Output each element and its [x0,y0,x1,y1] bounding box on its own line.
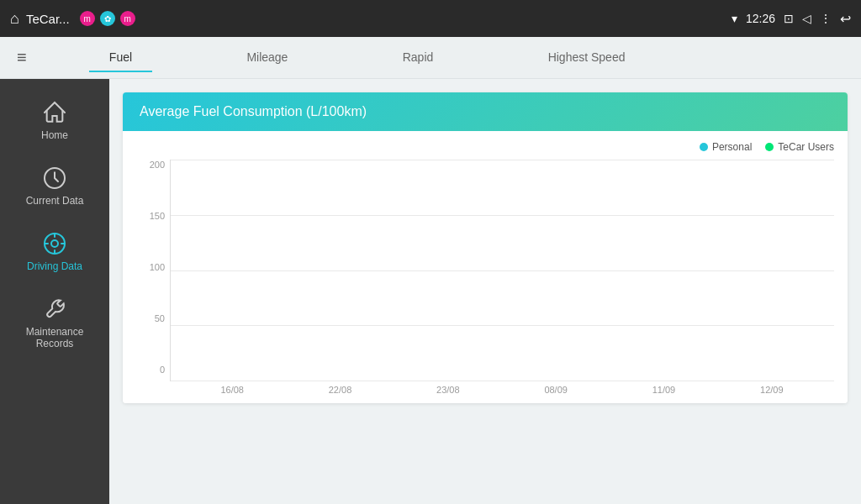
x-label: 12/09 [755,385,789,395]
sidebar-label-driving-data: Driving Data [27,260,82,272]
sidebar-label-home: Home [41,129,68,141]
status-icons: m ✿ m [80,11,135,26]
svg-point-2 [51,240,58,247]
main-layout: Home Current Data Driving Data Maintenan… [0,79,861,504]
y-50: 50 [136,313,165,323]
chart-body: Personal TeCar Users 200 150 100 50 0 [123,131,848,403]
more-icon[interactable]: ⋮ [820,12,832,25]
y-150: 150 [136,211,165,221]
tecar-label: TeCar Users [778,141,834,153]
nav-tabs: Fuel Mileage Rapid Highest Speed [52,44,683,72]
tab-fuel[interactable]: Fuel [89,44,152,72]
nav-bar: ≡ Fuel Mileage Rapid Highest Speed [0,37,861,79]
sidebar-label-current-data: Current Data [26,195,84,207]
sidebar-label-maintenance: Maintenance Records [7,326,103,349]
x-label: 16/08 [215,385,249,395]
camera-icon: ⊡ [784,12,794,25]
chart-legend: Personal TeCar Users [136,141,834,153]
tab-mileage[interactable]: Mileage [226,44,308,72]
personal-label: Personal [712,141,752,153]
status-right: ▾ 12:26 ⊡ ◁ ⋮ ↩ [732,11,851,27]
personal-dot [700,143,708,151]
bars-row [171,160,834,381]
home-icon-status: ⌂ [10,10,19,28]
chart-plot: 16/0822/0823/0808/0911/0912/09 [170,160,834,395]
volume-icon: ◁ [802,12,811,25]
chart-title: Average Fuel Consumption (L/100km) [123,92,848,131]
sidebar-item-home[interactable]: Home [0,87,109,153]
tecar-dot [765,143,774,151]
hamburger-menu[interactable]: ≡ [17,48,27,67]
content-area: Average Fuel Consumption (L/100km) Perso… [109,79,861,504]
y-100: 100 [136,262,165,272]
legend-personal: Personal [700,141,752,153]
x-label: 11/09 [647,385,680,395]
bar-chart: 200 150 100 50 0 [136,160,834,395]
icon-flower: ✿ [100,11,115,26]
wifi-icon: ▾ [732,12,737,25]
x-axis: 16/0822/0823/0808/0911/0912/09 [170,381,834,395]
y-200: 200 [136,160,165,170]
icon-m2: m [120,11,135,26]
back-icon[interactable]: ↩ [840,11,851,27]
chart-card: Average Fuel Consumption (L/100km) Perso… [123,92,848,403]
y-0: 0 [136,365,165,375]
x-label: 22/08 [323,385,357,395]
legend-tecar: TeCar Users [765,141,834,153]
sidebar: Home Current Data Driving Data Maintenan… [0,79,109,504]
x-label: 23/08 [431,385,465,395]
y-axis: 200 150 100 50 0 [136,160,170,395]
sidebar-item-current-data[interactable]: Current Data [0,153,109,218]
sidebar-item-maintenance[interactable]: Maintenance Records [0,284,109,361]
status-bar: ⌂ TeCar... m ✿ m ▾ 12:26 ⊡ ◁ ⋮ ↩ [0,0,861,37]
tab-rapid[interactable]: Rapid [383,44,454,72]
app-title: TeCar... [26,12,70,26]
icon-m1: m [80,11,95,26]
x-label: 08/09 [539,385,573,395]
time-display: 12:26 [746,12,775,25]
tab-highest-speed[interactable]: Highest Speed [528,44,646,72]
sidebar-item-driving-data[interactable]: Driving Data [0,218,109,284]
grid-lines [170,160,834,381]
